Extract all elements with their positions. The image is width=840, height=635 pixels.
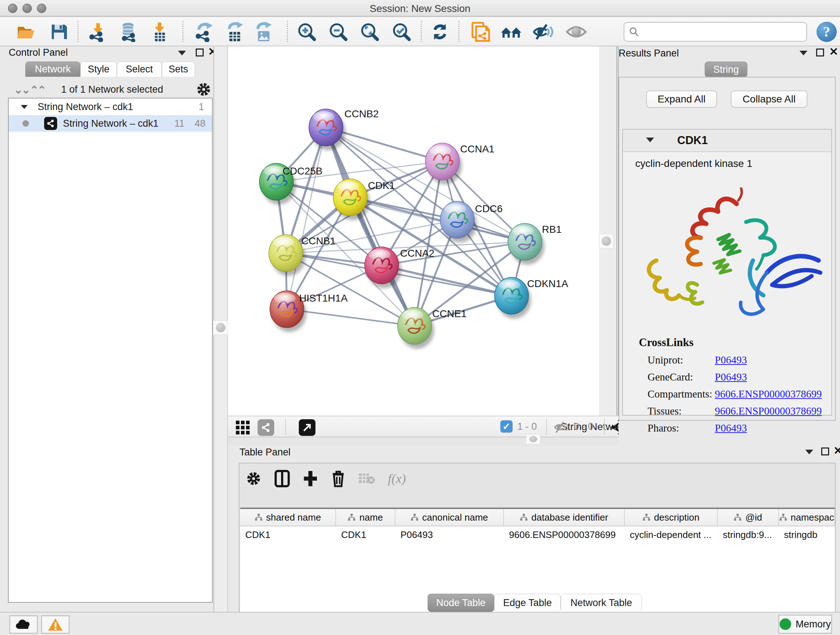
crosslink-value-link[interactable]: 9606.ENSP00000378699 (715, 388, 822, 400)
table-options-gear-icon[interactable] (245, 470, 262, 487)
table-cell: stringdb:9... (718, 526, 779, 543)
horizontal-splitter-grip[interactable] (526, 434, 540, 444)
network-collection-row[interactable]: String Network – cdk1 1 (9, 98, 212, 115)
titlebar: Session: New Session (0, 0, 840, 17)
tab-select[interactable]: Select (117, 62, 162, 77)
copy-network-button[interactable] (470, 21, 492, 43)
network-node-CCNB1[interactable]: CCNB1 (269, 234, 336, 276)
show-columns-icon[interactable] (274, 470, 290, 488)
create-column-plus-icon[interactable] (302, 470, 318, 488)
crosslinks-heading: CrossLinks (639, 336, 827, 349)
collapse-all-button[interactable]: Collapse All (731, 90, 807, 108)
right-splitter[interactable] (599, 46, 619, 416)
warning-icon (48, 618, 63, 631)
search-input[interactable] (639, 27, 791, 38)
table-panel-close-button[interactable]: ✕ (834, 447, 840, 455)
network-node-CDC25B[interactable]: CDC25B (259, 163, 322, 204)
results-panel-float-button[interactable] (816, 49, 824, 57)
column-header-shared-name[interactable]: shared name (240, 509, 336, 526)
network-canvas[interactable]: CCNB2CCNA1CDC25BCDK1CDC6RB1CCNB1CCNA2CDK… (228, 46, 599, 416)
table-row[interactable]: CDK1CDK1P064939606.ENSP00000378699cyclin… (240, 526, 835, 543)
network-type-icon (44, 117, 57, 130)
tab-sets[interactable]: Sets (162, 62, 195, 77)
cloud-button[interactable] (9, 616, 38, 633)
column-header-database-identifier[interactable]: database identifier (504, 509, 625, 526)
tab-network-table[interactable]: Network Table (561, 594, 642, 612)
tab-style[interactable]: Style (80, 62, 117, 77)
control-panel-float-button[interactable] (196, 49, 204, 57)
network-share-icon[interactable] (257, 419, 274, 436)
network-node-CDC6[interactable]: CDC6 (440, 201, 502, 242)
network-row-selected[interactable]: String Network – cdk1 11 48 (9, 115, 212, 132)
crosslink-value-link[interactable]: 9606.ENSP00000378699 (715, 405, 822, 417)
table-panel-menu-button[interactable] (805, 450, 813, 454)
export-image-button[interactable] (253, 21, 275, 43)
selected-checkbox-icon[interactable]: ✓ (500, 420, 513, 432)
warnings-button[interactable] (41, 616, 69, 633)
tab-edge-table[interactable]: Edge Table (494, 594, 561, 612)
collection-expand-caret[interactable] (21, 105, 28, 109)
refresh-icon (430, 22, 450, 42)
home-button[interactable] (500, 21, 523, 43)
crosslink-value-link[interactable]: P06493 (715, 371, 747, 383)
save-session-button[interactable] (48, 21, 70, 43)
network-selection-summary: 1 of 1 Network selected (0, 84, 224, 95)
column-header-@id[interactable]: @id (718, 509, 779, 526)
table-panel-float-button[interactable] (821, 448, 829, 455)
node-label-CDK1: CDK1 (368, 180, 395, 191)
zoom-selected-icon (391, 21, 412, 42)
network-node-CDKN1A[interactable]: CDKN1A (494, 277, 568, 318)
table-cell: CDK1 (336, 526, 395, 543)
database-icon (118, 22, 139, 42)
column-header-namespac[interactable]: namespac (779, 509, 835, 526)
open-session-button[interactable] (14, 21, 37, 43)
tab-node-table[interactable]: Node Table (428, 594, 494, 612)
zoom-out-button[interactable] (327, 21, 349, 43)
network-node-RB1[interactable]: RB1 (508, 223, 561, 264)
import-table-button[interactable] (149, 21, 171, 43)
refresh-button[interactable] (429, 21, 451, 43)
hide-unhide-button[interactable] (532, 21, 554, 43)
delete-column-trash-icon[interactable] (331, 470, 346, 488)
expand-all-button[interactable]: Expand All (646, 90, 717, 108)
export-network-button[interactable] (193, 21, 215, 43)
show-graphics-button[interactable] (565, 21, 587, 43)
zoom-fit-button[interactable] (358, 21, 381, 43)
crosslink-label: GeneCard: (639, 371, 715, 383)
node-label-CDC25B: CDC25B (283, 165, 322, 177)
network-edge-CCNB2-HIST1H1A[interactable] (287, 127, 326, 309)
right-splitter-grip[interactable] (599, 234, 614, 249)
help-button[interactable]: ? (815, 21, 838, 43)
left-splitter-grip[interactable] (213, 320, 228, 335)
crosslink-label: Uniprot: (639, 354, 715, 366)
control-panel-menu-button[interactable] (178, 51, 186, 55)
import-network-from-database-button[interactable] (118, 21, 140, 43)
svg-text:?: ? (823, 24, 830, 40)
import-network-icon (88, 22, 108, 42)
gene-card-header[interactable]: CDK1 (623, 130, 831, 152)
zoom-selected-button[interactable] (390, 21, 413, 43)
open-in-new-window-button[interactable] (299, 419, 316, 436)
column-header-canonical-name[interactable]: canonical name (395, 509, 504, 526)
results-panel-menu-button[interactable] (799, 51, 807, 55)
tab-network[interactable]: Network (25, 62, 80, 77)
memory-button[interactable]: Memory (778, 615, 832, 633)
crosslink-value-link[interactable]: P06493 (715, 354, 747, 366)
function-builder-icon: f(x) (388, 471, 406, 486)
column-header-name[interactable]: name (336, 509, 395, 526)
network-node-CCNE1[interactable]: CCNE1 (398, 307, 467, 348)
network-options-gear-icon[interactable] (195, 81, 212, 98)
results-panel-close-button[interactable]: ✕ (829, 48, 838, 56)
crosslink-value-link[interactable]: P06493 (715, 422, 747, 434)
gene-collapse-caret[interactable] (646, 138, 654, 142)
import-network-button[interactable] (87, 21, 109, 43)
search-field[interactable] (624, 22, 807, 42)
network-node-CDK1[interactable]: CDK1 (333, 179, 395, 220)
birds-eye-view-grid-icon[interactable] (234, 419, 251, 436)
network-current-dot (22, 120, 29, 127)
zoom-in-button[interactable] (295, 21, 318, 43)
network-list: String Network – cdk1 1 String Network –… (8, 98, 213, 603)
column-header-description[interactable]: description (625, 509, 718, 526)
tab-string[interactable]: String (705, 62, 747, 78)
export-table-button[interactable] (224, 21, 246, 43)
